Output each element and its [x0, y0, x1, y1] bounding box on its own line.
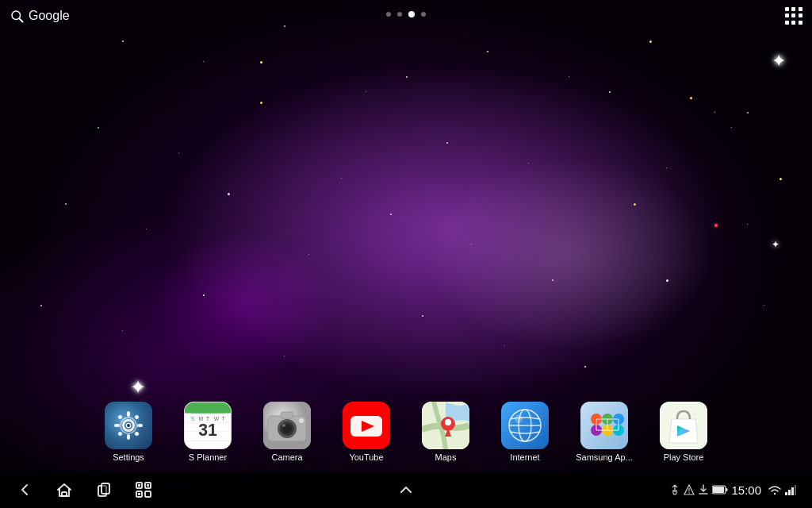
app-youtube[interactable]: YouTube: [331, 402, 402, 462]
recents-button[interactable]: [95, 481, 113, 498]
svg-point-32: [282, 424, 285, 427]
svg-rect-9: [134, 414, 140, 420]
svg-point-41: [445, 419, 451, 425]
dock: Settings 31 S M T W T: [0, 392, 812, 471]
yellow-star-1: [260, 61, 262, 64]
page-dot-2: [397, 12, 402, 17]
nav-left: [16, 481, 152, 498]
top-bar: Google: [0, 0, 812, 32]
svg-rect-7: [137, 424, 143, 427]
svg-rect-83: [795, 485, 796, 495]
clock: 15:00: [731, 483, 761, 497]
sparkle-star-2: ✦: [772, 51, 786, 71]
page-dot-1: [386, 12, 391, 17]
search-icon: [10, 9, 24, 23]
svg-text:S: S: [191, 416, 195, 421]
svg-rect-72: [138, 493, 140, 495]
yellow-star-3: [779, 178, 782, 180]
camera-label: Camera: [271, 452, 302, 462]
svg-text:T: T: [221, 416, 224, 421]
google-search-label: Google: [29, 9, 70, 23]
app-settings[interactable]: Settings: [93, 402, 164, 462]
internet-icon: [501, 402, 549, 449]
playstore-icon: [660, 402, 707, 449]
page-dot-3: [408, 11, 415, 17]
svg-rect-78: [726, 488, 728, 491]
svg-rect-71: [147, 484, 149, 487]
app-splanner[interactable]: 31 S M T W T S Planner: [172, 402, 243, 462]
svg-text:31: 31: [198, 421, 217, 440]
svg-rect-8: [117, 414, 123, 420]
warning-icon: [684, 484, 695, 495]
screenshot-button[interactable]: [135, 481, 152, 498]
google-search[interactable]: Google: [10, 9, 70, 23]
svg-rect-17: [185, 409, 231, 414]
svg-text:M: M: [198, 416, 203, 421]
svg-point-46: [515, 415, 523, 423]
samsungapps-icon: [580, 402, 628, 449]
svg-rect-10: [117, 431, 123, 437]
wifi-icon: [768, 484, 782, 495]
app-camera[interactable]: Camera: [251, 402, 323, 462]
home-button[interactable]: [56, 481, 73, 498]
back-button[interactable]: [16, 481, 33, 498]
youtube-icon: [343, 402, 390, 449]
svg-rect-6: [114, 424, 120, 427]
app-playstore[interactable]: Play Store: [648, 402, 719, 462]
svg-rect-69: [145, 491, 151, 497]
svg-rect-82: [791, 487, 794, 495]
svg-rect-4: [127, 411, 130, 417]
splanner-label: S Planner: [189, 452, 227, 462]
nav-bar: 15:00: [0, 471, 812, 508]
up-button[interactable]: [397, 481, 415, 498]
playstore-label: Play Store: [664, 452, 704, 462]
app-maps[interactable]: Maps: [410, 402, 481, 462]
signal-icon: [785, 484, 796, 495]
svg-rect-33: [281, 412, 293, 418]
download-icon: [698, 484, 709, 495]
usb-icon: [669, 484, 680, 495]
camera-icon: [263, 402, 311, 449]
internet-label: Internet: [510, 452, 539, 462]
splanner-icon: 31 S M T W T: [185, 402, 231, 449]
svg-rect-79: [713, 487, 724, 493]
svg-rect-70: [138, 484, 140, 487]
app-samsungapps[interactable]: Samsung Ap...: [569, 402, 640, 462]
nav-center: [397, 481, 415, 498]
svg-rect-65: [102, 483, 109, 494]
svg-rect-80: [785, 492, 787, 495]
maps-icon: [422, 402, 469, 449]
samsungapps-label: Samsung Ap...: [576, 452, 633, 462]
nav-right: 15:00: [669, 483, 796, 497]
svg-rect-81: [788, 490, 791, 495]
red-star: [714, 224, 718, 227]
svg-point-14: [127, 424, 130, 427]
settings-label: Settings: [113, 452, 144, 462]
svg-line-1: [19, 18, 22, 21]
svg-text:W: W: [214, 416, 220, 421]
svg-rect-11: [134, 431, 140, 437]
battery-icon: [712, 485, 728, 495]
maps-label: Maps: [435, 452, 457, 462]
svg-rect-5: [127, 434, 130, 440]
svg-text:T: T: [206, 416, 209, 421]
page-dot-4: [421, 12, 426, 17]
youtube-label: YouTube: [349, 452, 383, 462]
svg-rect-63: [62, 492, 67, 496]
status-bar: 15:00: [669, 483, 796, 497]
yellow-star-2: [690, 97, 692, 99]
settings-icon: [111, 408, 146, 443]
svg-point-34: [299, 418, 304, 423]
app-drawer-button[interactable]: [785, 7, 802, 25]
sparkle-star-3: ✦: [772, 239, 779, 250]
app-internet[interactable]: Internet: [489, 402, 561, 462]
svg-point-75: [689, 492, 691, 494]
page-indicator: [386, 11, 426, 17]
